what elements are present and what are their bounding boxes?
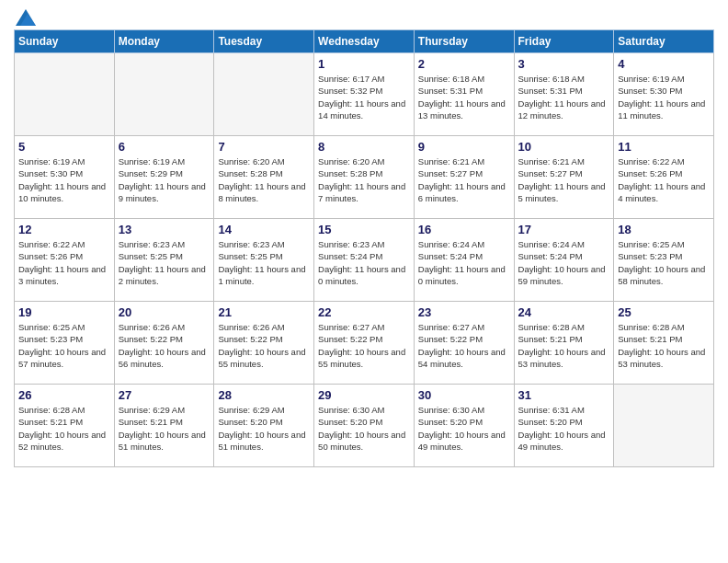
day-info: Sunrise: 6:23 AM Sunset: 5:24 PM Dayligh… bbox=[318, 238, 410, 287]
day-info: Sunrise: 6:21 AM Sunset: 5:27 PM Dayligh… bbox=[418, 155, 510, 204]
day-info: Sunrise: 6:22 AM Sunset: 5:26 PM Dayligh… bbox=[18, 238, 110, 287]
day-number: 23 bbox=[418, 305, 510, 319]
day-info: Sunrise: 6:30 AM Sunset: 5:20 PM Dayligh… bbox=[418, 404, 510, 453]
day-number: 15 bbox=[318, 223, 410, 236]
day-number: 22 bbox=[318, 305, 410, 319]
calendar-cell: 22Sunrise: 6:27 AM Sunset: 5:22 PM Dayli… bbox=[314, 302, 415, 385]
day-info: Sunrise: 6:17 AM Sunset: 5:32 PM Dayligh… bbox=[318, 73, 410, 121]
calendar-cell: 29Sunrise: 6:30 AM Sunset: 5:20 PM Dayli… bbox=[314, 385, 415, 467]
day-number: 16 bbox=[418, 223, 510, 236]
weekday-header: Sunday bbox=[15, 30, 115, 53]
calendar-cell: 8Sunrise: 6:20 AM Sunset: 5:28 PM Daylig… bbox=[314, 136, 415, 219]
day-number: 21 bbox=[218, 305, 310, 319]
day-info: Sunrise: 6:19 AM Sunset: 5:30 PM Dayligh… bbox=[18, 155, 110, 204]
calendar-cell: 5Sunrise: 6:19 AM Sunset: 5:30 PM Daylig… bbox=[15, 136, 115, 219]
day-info: Sunrise: 6:24 AM Sunset: 5:24 PM Dayligh… bbox=[518, 238, 610, 287]
day-info: Sunrise: 6:27 AM Sunset: 5:22 PM Dayligh… bbox=[318, 321, 410, 370]
calendar-cell bbox=[15, 53, 115, 136]
day-info: Sunrise: 6:25 AM Sunset: 5:23 PM Dayligh… bbox=[618, 238, 710, 287]
day-number: 13 bbox=[119, 223, 210, 236]
calendar-cell: 31Sunrise: 6:31 AM Sunset: 5:20 PM Dayli… bbox=[514, 385, 614, 467]
calendar-cell: 10Sunrise: 6:21 AM Sunset: 5:27 PM Dayli… bbox=[514, 136, 614, 219]
day-number: 25 bbox=[618, 305, 710, 319]
logo-icon bbox=[16, 9, 36, 26]
day-info: Sunrise: 6:19 AM Sunset: 5:29 PM Dayligh… bbox=[119, 155, 210, 204]
day-number: 26 bbox=[18, 388, 110, 402]
day-info: Sunrise: 6:23 AM Sunset: 5:25 PM Dayligh… bbox=[218, 238, 310, 287]
day-number: 29 bbox=[318, 388, 410, 402]
weekday-header: Monday bbox=[114, 30, 214, 53]
day-info: Sunrise: 6:25 AM Sunset: 5:23 PM Dayligh… bbox=[18, 321, 110, 370]
weekday-header: Thursday bbox=[414, 30, 514, 53]
day-number: 27 bbox=[119, 388, 210, 402]
day-number: 24 bbox=[518, 305, 610, 319]
calendar-cell: 23Sunrise: 6:27 AM Sunset: 5:22 PM Dayli… bbox=[414, 302, 514, 385]
weekday-header: Tuesday bbox=[214, 30, 314, 53]
day-number: 5 bbox=[18, 140, 110, 154]
day-number: 17 bbox=[518, 223, 610, 236]
day-info: Sunrise: 6:29 AM Sunset: 5:20 PM Dayligh… bbox=[218, 404, 310, 453]
calendar-week-row: 5Sunrise: 6:19 AM Sunset: 5:30 PM Daylig… bbox=[15, 136, 714, 219]
day-number: 18 bbox=[618, 223, 710, 236]
day-number: 19 bbox=[18, 305, 110, 319]
weekday-header: Wednesday bbox=[314, 30, 415, 53]
calendar-cell bbox=[114, 53, 214, 136]
day-number: 31 bbox=[518, 388, 610, 402]
day-info: Sunrise: 6:29 AM Sunset: 5:21 PM Dayligh… bbox=[119, 404, 210, 453]
day-info: Sunrise: 6:24 AM Sunset: 5:24 PM Dayligh… bbox=[418, 238, 510, 287]
calendar-week-row: 1Sunrise: 6:17 AM Sunset: 5:32 PM Daylig… bbox=[15, 53, 714, 136]
day-info: Sunrise: 6:26 AM Sunset: 5:22 PM Dayligh… bbox=[119, 321, 210, 370]
day-info: Sunrise: 6:19 AM Sunset: 5:30 PM Dayligh… bbox=[618, 73, 710, 121]
day-number: 7 bbox=[218, 140, 310, 154]
calendar-cell: 11Sunrise: 6:22 AM Sunset: 5:26 PM Dayli… bbox=[614, 136, 714, 219]
day-number: 3 bbox=[518, 57, 610, 71]
calendar-cell: 6Sunrise: 6:19 AM Sunset: 5:29 PM Daylig… bbox=[114, 136, 214, 219]
calendar-cell: 2Sunrise: 6:18 AM Sunset: 5:31 PM Daylig… bbox=[414, 53, 514, 136]
day-number: 4 bbox=[618, 57, 710, 71]
day-info: Sunrise: 6:31 AM Sunset: 5:20 PM Dayligh… bbox=[518, 404, 610, 453]
day-number: 2 bbox=[418, 57, 510, 71]
day-info: Sunrise: 6:22 AM Sunset: 5:26 PM Dayligh… bbox=[618, 155, 710, 204]
calendar-cell: 14Sunrise: 6:23 AM Sunset: 5:25 PM Dayli… bbox=[214, 219, 314, 302]
calendar-cell: 18Sunrise: 6:25 AM Sunset: 5:23 PM Dayli… bbox=[614, 219, 714, 302]
calendar-body: 1Sunrise: 6:17 AM Sunset: 5:32 PM Daylig… bbox=[15, 53, 714, 467]
day-number: 28 bbox=[218, 388, 310, 402]
calendar-cell: 27Sunrise: 6:29 AM Sunset: 5:21 PM Dayli… bbox=[114, 385, 214, 467]
day-info: Sunrise: 6:27 AM Sunset: 5:22 PM Dayligh… bbox=[418, 321, 510, 370]
day-info: Sunrise: 6:21 AM Sunset: 5:27 PM Dayligh… bbox=[518, 155, 610, 204]
day-info: Sunrise: 6:18 AM Sunset: 5:31 PM Dayligh… bbox=[518, 73, 610, 121]
day-number: 30 bbox=[418, 388, 510, 402]
calendar-cell: 30Sunrise: 6:30 AM Sunset: 5:20 PM Dayli… bbox=[414, 385, 514, 467]
calendar-cell: 25Sunrise: 6:28 AM Sunset: 5:21 PM Dayli… bbox=[614, 302, 714, 385]
calendar-cell: 9Sunrise: 6:21 AM Sunset: 5:27 PM Daylig… bbox=[414, 136, 514, 219]
calendar-cell: 1Sunrise: 6:17 AM Sunset: 5:32 PM Daylig… bbox=[314, 53, 415, 136]
calendar-cell: 28Sunrise: 6:29 AM Sunset: 5:20 PM Dayli… bbox=[214, 385, 314, 467]
day-number: 9 bbox=[418, 140, 510, 154]
calendar-cell: 20Sunrise: 6:26 AM Sunset: 5:22 PM Dayli… bbox=[114, 302, 214, 385]
day-info: Sunrise: 6:18 AM Sunset: 5:31 PM Dayligh… bbox=[418, 73, 510, 121]
calendar-cell: 3Sunrise: 6:18 AM Sunset: 5:31 PM Daylig… bbox=[514, 53, 614, 136]
day-number: 11 bbox=[618, 140, 710, 154]
calendar-cell: 7Sunrise: 6:20 AM Sunset: 5:28 PM Daylig… bbox=[214, 136, 314, 219]
calendar-cell: 4Sunrise: 6:19 AM Sunset: 5:30 PM Daylig… bbox=[614, 53, 714, 136]
header bbox=[14, 9, 714, 22]
calendar-cell: 13Sunrise: 6:23 AM Sunset: 5:25 PM Dayli… bbox=[114, 219, 214, 302]
day-info: Sunrise: 6:28 AM Sunset: 5:21 PM Dayligh… bbox=[618, 321, 710, 370]
day-info: Sunrise: 6:23 AM Sunset: 5:25 PM Dayligh… bbox=[119, 238, 210, 287]
calendar-cell bbox=[614, 385, 714, 467]
logo-block bbox=[14, 9, 36, 22]
calendar-cell: 17Sunrise: 6:24 AM Sunset: 5:24 PM Dayli… bbox=[514, 219, 614, 302]
calendar-header: SundayMondayTuesdayWednesdayThursdayFrid… bbox=[15, 30, 714, 53]
day-info: Sunrise: 6:28 AM Sunset: 5:21 PM Dayligh… bbox=[18, 404, 110, 453]
page: SundayMondayTuesdayWednesdayThursdayFrid… bbox=[0, 0, 728, 477]
day-info: Sunrise: 6:28 AM Sunset: 5:21 PM Dayligh… bbox=[518, 321, 610, 370]
calendar-week-row: 19Sunrise: 6:25 AM Sunset: 5:23 PM Dayli… bbox=[15, 302, 714, 385]
calendar-table: SundayMondayTuesdayWednesdayThursdayFrid… bbox=[14, 29, 714, 467]
calendar-cell: 16Sunrise: 6:24 AM Sunset: 5:24 PM Dayli… bbox=[414, 219, 514, 302]
calendar-cell: 21Sunrise: 6:26 AM Sunset: 5:22 PM Dayli… bbox=[214, 302, 314, 385]
day-number: 20 bbox=[119, 305, 210, 319]
calendar-week-row: 26Sunrise: 6:28 AM Sunset: 5:21 PM Dayli… bbox=[15, 385, 714, 467]
calendar-cell: 12Sunrise: 6:22 AM Sunset: 5:26 PM Dayli… bbox=[15, 219, 115, 302]
weekday-row: SundayMondayTuesdayWednesdayThursdayFrid… bbox=[15, 30, 714, 53]
day-info: Sunrise: 6:20 AM Sunset: 5:28 PM Dayligh… bbox=[218, 155, 310, 204]
